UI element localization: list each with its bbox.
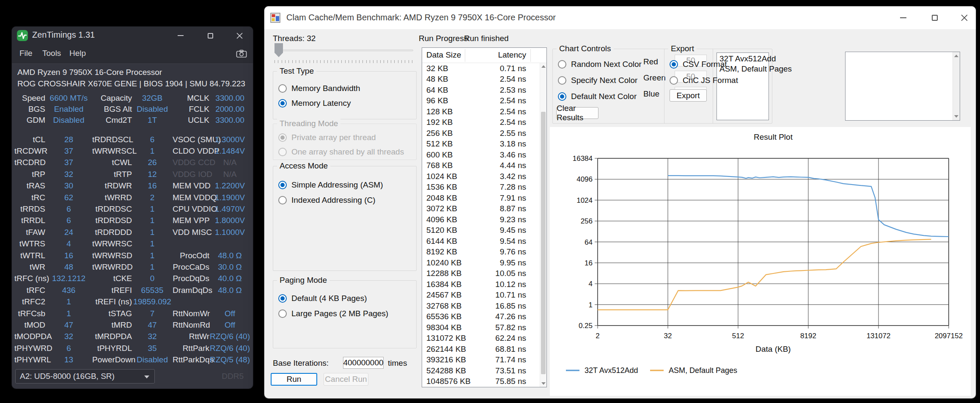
- table-row[interactable]: 24567 KB10.71 ns: [422, 290, 540, 301]
- timing-label: tRDRDSC: [92, 204, 132, 214]
- radio-option-random-next-color[interactable]: Random Next Color: [558, 59, 642, 69]
- radio-option-memory-bandwidth[interactable]: Memory Bandwidth: [278, 83, 360, 94]
- table-row[interactable]: 98304 KB57.82 ns: [422, 322, 540, 333]
- table-row[interactable]: 4096 KB9.23 ns: [422, 214, 540, 225]
- data-size-cell: 3072 KB: [426, 204, 457, 213]
- scroll-down-icon[interactable]: [541, 382, 546, 385]
- radio-option-indexed-addressing-c-[interactable]: Indexed Addressing (C): [278, 195, 376, 205]
- screenshot-camera-icon[interactable]: [236, 50, 247, 58]
- scrollbar-thumb[interactable]: [541, 112, 546, 374]
- table-row[interactable]: 12288 KB10.05 ns: [422, 268, 540, 279]
- radio-option-default-next-color[interactable]: Default Next Color: [558, 91, 637, 102]
- table-row[interactable]: 256 KB2.55 ns: [422, 128, 540, 139]
- zentimings-titlebar[interactable]: ZenTimings 1.31: [12, 27, 253, 44]
- data-size-cell: 5120 KB: [426, 226, 457, 235]
- export-button[interactable]: Export: [670, 89, 707, 102]
- table-row[interactable]: 64 KB2.53 ns: [422, 85, 540, 96]
- radio-option-specify-next-color[interactable]: Specify Next Color: [558, 75, 637, 86]
- y-tick-label: 64: [585, 238, 593, 246]
- table-row[interactable]: 131072 KB62.24 ns: [422, 333, 540, 344]
- radio-option-default-4-kb-pages-[interactable]: Default (4 KB Pages): [278, 293, 367, 304]
- minimize-button[interactable]: [171, 27, 190, 44]
- export-output-listbox[interactable]: [845, 52, 960, 121]
- table-row[interactable]: 16384 KB10.12 ns: [422, 279, 540, 290]
- close-button[interactable]: [230, 27, 249, 44]
- table-row[interactable]: 768 KB4.44 ns: [422, 160, 540, 171]
- dimm-selector-dropdown[interactable]: A2: UD5-8000 (16GB, SR): [15, 369, 155, 384]
- menu-file[interactable]: File: [19, 49, 33, 58]
- table-row[interactable]: 96 KB2.54 ns: [422, 96, 540, 107]
- scroll-down-icon[interactable]: [954, 115, 958, 118]
- data-size-cell: 24567 KB: [426, 290, 461, 300]
- table-row[interactable]: 1048576 KB75.85 ns: [422, 376, 540, 387]
- results-table-header[interactable]: Data Size Latency: [422, 48, 546, 63]
- results-scrollbar[interactable]: [540, 63, 546, 387]
- table-row[interactable]: 32768 KB16.85 ns: [422, 301, 540, 312]
- table-row[interactable]: 600 KB3.46 ns: [422, 149, 540, 160]
- timing-value: Off: [209, 320, 250, 330]
- menu-help[interactable]: Help: [69, 49, 86, 58]
- table-row[interactable]: 393216 KB71.74 ns: [422, 355, 540, 366]
- table-row[interactable]: 128 KB2.54 ns: [422, 106, 540, 117]
- table-row[interactable]: 32 KB0.71 ns: [422, 63, 540, 74]
- listbox-scrollbar[interactable]: [953, 52, 960, 120]
- column-divider[interactable]: [530, 49, 531, 62]
- table-row[interactable]: 512 KB3.18 ns: [422, 139, 540, 150]
- timing-label: tREFI: [92, 286, 132, 295]
- memory-timings-table: tCL28tRDRDSCL6VSOC (SMU)1.3000VtRCDWR37t…: [14, 134, 250, 366]
- table-row[interactable]: 2048 KB7.91 ns: [422, 193, 540, 204]
- column-divider[interactable]: [465, 49, 465, 62]
- data-size-cell: 393216 KB: [426, 355, 466, 364]
- timing-value: 1: [132, 239, 173, 248]
- radio-option-simple-addressing-asm-[interactable]: Simple Addressing (ASM): [278, 180, 383, 190]
- run-button[interactable]: Run: [271, 373, 317, 386]
- table-row[interactable]: 65536 KB47.26 ns: [422, 312, 540, 323]
- minimize-button[interactable]: [889, 6, 917, 29]
- table-row[interactable]: 3072 KB8.87 ns: [422, 204, 540, 215]
- table-row[interactable]: 8192 KB9.76 ns: [422, 247, 540, 258]
- timing-label: tRCDRD: [14, 158, 45, 167]
- table-row[interactable]: 5120 KB9.45 ns: [422, 225, 540, 236]
- column-header-data-size[interactable]: Data Size: [426, 50, 461, 60]
- data-size-cell: 16384 KB: [426, 280, 461, 289]
- table-row[interactable]: 524288 KB73.51 ns: [422, 365, 540, 376]
- clear-results-button[interactable]: Clear Results: [556, 107, 598, 119]
- radio-icon: [278, 148, 287, 156]
- slider-thumb[interactable]: [275, 43, 283, 57]
- table-row[interactable]: 1536 KB7.28 ns: [422, 182, 540, 193]
- maximize-button[interactable]: [201, 27, 220, 44]
- benchmark-titlebar[interactable]: Clam Cache/Mem Benchmark: AMD Ryzen 9 79…: [264, 6, 976, 29]
- timing-label: UCLK: [173, 116, 209, 125]
- radio-option-large-pages-2-mb-pages-[interactable]: Large Pages (2 MB Pages): [278, 309, 388, 319]
- threads-slider[interactable]: [273, 42, 417, 66]
- dimm-selector-value: A2: UD5-8000 (16GB, SR): [16, 372, 115, 381]
- table-row[interactable]: 10240 KB9.95 ns: [422, 257, 540, 268]
- tick-mark: [370, 60, 370, 63]
- table-row[interactable]: 48 KB2.54 ns: [422, 74, 540, 85]
- table-row[interactable]: 1024 KB3.42 ns: [422, 171, 540, 182]
- export-group: Export Export 32T Avx512Add ASM, Default…: [664, 49, 772, 124]
- radio-option-csv-format[interactable]: CSV Format: [670, 59, 727, 69]
- column-header-latency[interactable]: Latency: [467, 50, 526, 60]
- table-row[interactable]: 6144 KB9.54 ns: [422, 236, 540, 247]
- radio-option-memory-latency[interactable]: Memory Latency: [278, 98, 351, 108]
- table-row[interactable]: 192 KB2.54 ns: [422, 117, 540, 128]
- scroll-up-icon[interactable]: [541, 65, 546, 68]
- scroll-up-icon[interactable]: [954, 55, 958, 57]
- base-iterations-input[interactable]: 400000000: [343, 357, 384, 369]
- timing-label: CLDO VDDP: [173, 146, 209, 156]
- latency-cell: 9.23 ns: [462, 215, 526, 224]
- timing-label: ProcDqDs: [173, 274, 209, 283]
- minimize-icon: [178, 35, 184, 36]
- chevron-down-icon: [144, 375, 149, 378]
- x-tick-label: 2: [596, 332, 599, 340]
- memory-type-badge: DDR5: [222, 372, 244, 381]
- maximize-button[interactable]: [921, 6, 948, 29]
- close-button[interactable]: [951, 6, 976, 29]
- table-row[interactable]: 262144 KB68.81 ns: [422, 344, 540, 355]
- menu-tools[interactable]: Tools: [42, 49, 61, 58]
- radio-option-cnc-js-format[interactable]: CnC JS Format: [670, 75, 738, 86]
- data-size-cell: 64 KB: [426, 86, 448, 95]
- zentimings-app-icon: [16, 30, 28, 41]
- slider-track[interactable]: [275, 50, 413, 51]
